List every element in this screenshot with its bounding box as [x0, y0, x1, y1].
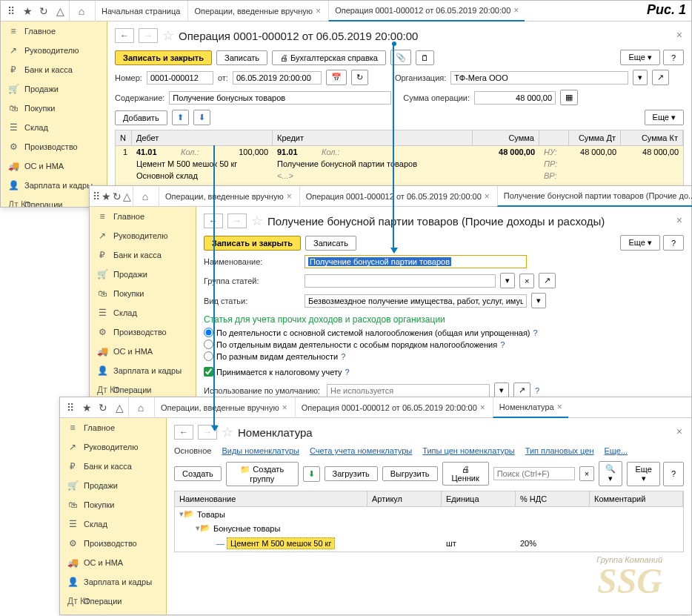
open-icon[interactable]: ↗ — [539, 273, 556, 288]
radio-main-tax[interactable]: По деятельности с основной системой нало… — [204, 328, 684, 337]
sidebar-item[interactable]: ₽Банк и касса — [90, 245, 196, 265]
tab-manual-ops[interactable]: Операции, введенные вручную× — [187, 1, 327, 21]
close-icon[interactable]: × — [676, 425, 682, 437]
dropdown-icon[interactable]: ▾ — [633, 70, 648, 85]
dropdown-icon[interactable]: ▾ — [494, 382, 509, 398]
add-button[interactable]: Добавить — [115, 110, 167, 125]
radio-special-tax[interactable]: По отдельным видам деятельности с особым… — [204, 340, 684, 349]
open-icon[interactable]: ↗ — [652, 70, 669, 85]
close-icon[interactable]: × — [513, 5, 519, 16]
apps-icon[interactable]: ⠿ — [4, 4, 19, 19]
sidebar-item[interactable]: 🛍Покупки — [60, 495, 166, 514]
tree-leaf[interactable]: — Цемент M 500 мешок 50 кг шт 20% — [175, 535, 683, 552]
move-up-button[interactable]: ⬆ — [172, 110, 189, 125]
save-button[interactable]: Записать — [305, 236, 356, 251]
clear-icon[interactable]: × — [519, 274, 534, 288]
accounting-ref-button[interactable]: 🖨 Бухгалтерская справка — [272, 50, 386, 65]
sidebar-item[interactable]: ☰Склад — [1, 118, 107, 137]
sidebar-item[interactable]: 🛒Продажи — [90, 265, 196, 284]
group-input[interactable] — [305, 274, 496, 288]
fill-button[interactable]: 🗒 — [416, 50, 434, 65]
help-icon[interactable]: ? — [533, 328, 538, 337]
link-accounts[interactable]: Счета учета номенклатуры — [310, 446, 412, 455]
load-button[interactable]: Загрузить — [325, 466, 378, 481]
sidebar-item[interactable]: Дт КтОперации — [60, 592, 166, 611]
kind-input[interactable] — [305, 294, 527, 308]
sidebar-item[interactable]: 🛍Покупки — [90, 284, 196, 303]
sidebar-item[interactable]: 🚚ОС и НМА — [60, 553, 166, 572]
help-icon[interactable]: ? — [535, 386, 539, 395]
open-icon[interactable]: ↗ — [513, 382, 530, 398]
apps-icon[interactable]: ⠿ — [63, 400, 78, 415]
search-input[interactable] — [493, 467, 575, 480]
tree-root[interactable]: ▾ 📂Товары — [175, 507, 683, 521]
sidebar-item[interactable]: ≡Главное — [60, 418, 166, 437]
tab-manual-ops[interactable]: Операции, введенные вручную× — [159, 186, 298, 207]
help-button[interactable]: ? — [663, 462, 684, 486]
save-button[interactable]: Записать — [216, 50, 267, 65]
move-down-button[interactable]: ⬇ — [193, 110, 210, 125]
home-icon[interactable]: ⌂ — [138, 189, 153, 204]
name-input[interactable]: Получение бонусной партии товаров — [305, 255, 527, 268]
sidebar-item[interactable]: ₽Банк и касса — [1, 60, 107, 79]
sidebar-item[interactable]: 🛍Покупки — [1, 99, 107, 118]
close-icon[interactable]: × — [287, 191, 292, 202]
sidebar-item[interactable]: ↗Руководителю — [90, 226, 196, 245]
tab-operation[interactable]: Операция 0001-000012 от 06.05.2019 20:00… — [295, 397, 491, 418]
create-button[interactable]: Создать — [174, 466, 222, 481]
sidebar-item[interactable]: 👤Зарплата и кадры — [60, 572, 166, 592]
sidebar-item[interactable]: ↗Руководителю — [60, 437, 166, 457]
org-input[interactable] — [450, 71, 628, 85]
close-icon[interactable]: × — [557, 402, 562, 412]
tab-home[interactable]: Начальная страница — [95, 1, 186, 21]
tab-manual-ops[interactable]: Операции, введенные вручную× — [154, 397, 293, 418]
create-group-button[interactable]: 📁 Создать группу — [226, 462, 299, 486]
more-button[interactable]: Еще ▾ — [645, 110, 684, 125]
help-icon[interactable]: ? — [341, 352, 345, 361]
save-close-button[interactable]: Записать и закрыть — [115, 50, 212, 65]
link-plan-price[interactable]: Тип плановых цен — [525, 446, 594, 455]
history-icon[interactable]: ↻ — [113, 189, 122, 204]
history-icon[interactable]: ↻ — [36, 4, 51, 19]
home-icon[interactable]: ⌂ — [133, 400, 148, 415]
history-icon[interactable]: ↻ — [96, 400, 110, 415]
sidebar-item[interactable]: ☰Склад — [60, 514, 166, 534]
sidebar-item[interactable]: ⚙Производство — [90, 322, 196, 342]
sidebar-item[interactable]: ≡Главное — [90, 207, 196, 226]
apps-icon[interactable]: ⠿ — [93, 189, 100, 204]
sidebar-item[interactable]: 👤Зарплата и кадры — [90, 361, 196, 380]
default-input[interactable] — [327, 384, 490, 397]
close-icon[interactable]: × — [282, 403, 287, 413]
more-button[interactable]: Еще ▾ — [627, 462, 659, 486]
date-input[interactable] — [233, 71, 322, 85]
search-icon[interactable]: 🔍 ▾ — [599, 461, 622, 486]
unload-button[interactable]: Выгрузить — [382, 466, 438, 481]
more-button[interactable]: Еще ▾ — [620, 50, 659, 65]
tree-body[interactable]: ▾ 📂Товары ▾ 📂Бонусные товары — Цемент M … — [174, 507, 684, 552]
close-icon[interactable]: × — [676, 214, 682, 226]
tab-operation[interactable]: Операция 0001-000012 от 06.05.2019 20:00… — [328, 1, 525, 21]
help-icon[interactable]: ? — [345, 368, 350, 377]
find-icon[interactable]: ⬇ — [303, 466, 320, 482]
bell-icon[interactable]: △ — [123, 189, 131, 204]
subtab-main[interactable]: Основное — [174, 446, 211, 455]
help-icon[interactable]: ? — [500, 340, 505, 349]
home-icon[interactable]: ⌂ — [74, 4, 89, 19]
tab-operation[interactable]: Операция 0001-000012 от 06.05.2019 20:00… — [299, 186, 496, 207]
sidebar-item[interactable]: ↗Руководителю — [1, 41, 107, 60]
close-icon[interactable]: × — [676, 29, 682, 41]
dropdown-icon[interactable]: ▾ — [500, 273, 515, 288]
tab-income[interactable]: Получение бонусной партии товаров (Прочи… — [497, 186, 692, 207]
sidebar-item[interactable]: 🚚ОС и НМА — [1, 156, 107, 176]
bell-icon[interactable]: △ — [53, 4, 67, 19]
favorite-icon[interactable]: ☆ — [251, 213, 263, 229]
star-icon[interactable]: ★ — [79, 400, 94, 415]
number-input[interactable] — [147, 71, 213, 85]
desc-input[interactable] — [169, 91, 391, 105]
sidebar-item[interactable]: ₽Банк и касса — [60, 457, 166, 476]
tab-nomenclature[interactable]: Номенклатура× — [493, 397, 568, 418]
close-icon[interactable]: × — [485, 191, 490, 202]
more-button[interactable]: Еще ▾ — [620, 235, 659, 251]
sidebar-item[interactable]: 🚚ОС и НМА — [90, 342, 196, 361]
sidebar-item[interactable]: ⚙Производство — [1, 137, 107, 156]
